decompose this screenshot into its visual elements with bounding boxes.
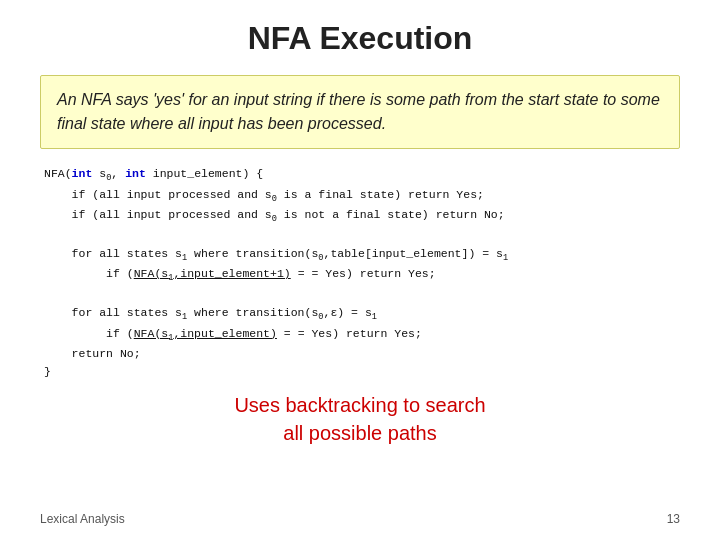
backtracking-line2: all possible paths bbox=[40, 419, 680, 447]
code-line-11: } bbox=[44, 363, 680, 381]
code-line-3: if (all input processed and s0 is not a … bbox=[44, 206, 680, 227]
code-line-4 bbox=[44, 227, 680, 245]
backtracking-line1: Uses backtracking to search bbox=[40, 391, 680, 419]
code-line-1: NFA(int s0, int input_element) { bbox=[44, 165, 680, 186]
code-line-7 bbox=[44, 286, 680, 304]
code-line-9: if (NFA(s1,input_element) = = Yes) retur… bbox=[44, 325, 680, 346]
highlight-box: An NFA says 'yes' for an input string if… bbox=[40, 75, 680, 149]
code-line-10: return No; bbox=[44, 345, 680, 363]
footer: Lexical Analysis 13 bbox=[40, 512, 680, 526]
code-line-6: if (NFA(s1,input_element+1) = = Yes) ret… bbox=[44, 265, 680, 286]
code-line-8: for all states s1 where transition(s0,ε)… bbox=[44, 304, 680, 325]
backtracking-label: Uses backtracking to search all possible… bbox=[40, 391, 680, 447]
code-line-2: if (all input processed and s0 is a fina… bbox=[44, 186, 680, 207]
code-block: NFA(int s0, int input_element) { if (all… bbox=[40, 165, 680, 381]
code-line-5: for all states s1 where transition(s0,ta… bbox=[44, 245, 680, 266]
footer-left: Lexical Analysis bbox=[40, 512, 125, 526]
slide: NFA Execution An NFA says 'yes' for an i… bbox=[0, 0, 720, 540]
slide-title: NFA Execution bbox=[40, 20, 680, 57]
highlight-text: An NFA says 'yes' for an input string if… bbox=[57, 88, 663, 136]
footer-right: 13 bbox=[667, 512, 680, 526]
